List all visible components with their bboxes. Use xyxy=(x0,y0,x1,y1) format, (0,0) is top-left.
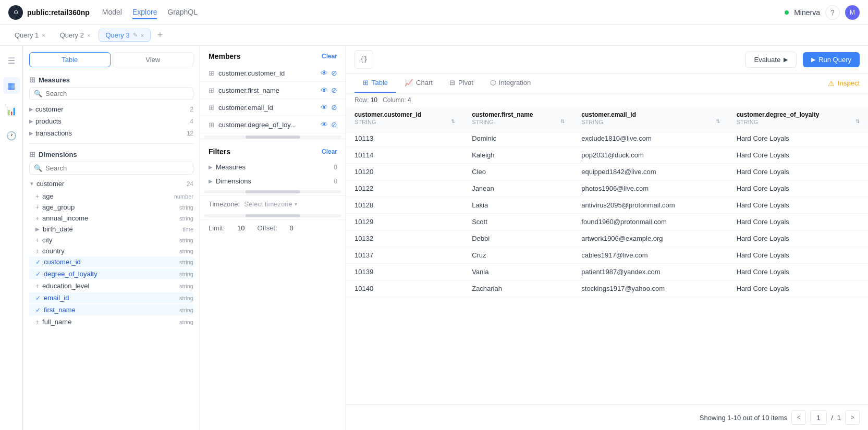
dim-item-country[interactable]: + country string xyxy=(29,245,193,256)
table-cell-first_name: Kaleigh xyxy=(463,147,573,164)
measures-search-input[interactable] xyxy=(45,90,189,97)
members-clear-btn[interactable]: Clear xyxy=(322,53,337,60)
member-eye-icon-4[interactable]: 👁 xyxy=(321,120,328,129)
query-tabs-bar: Query 1 × Query 2 × Query 3 ✎ × + xyxy=(0,25,868,46)
nav-graphql[interactable]: GraphQL xyxy=(167,6,198,19)
plus-icon-6: + xyxy=(35,282,39,290)
evaluate-button[interactable]: Evaluate ▶ xyxy=(745,52,797,68)
table-cell-customer_id: 10120 xyxy=(346,164,463,180)
inspect-button[interactable]: ⚠ Inspect xyxy=(828,79,860,88)
top-nav: ⊙ public:retail360np Model Explore Graph… xyxy=(0,0,868,25)
dim-item-city[interactable]: + city string xyxy=(29,235,193,245)
dim-customer-label: customer xyxy=(36,180,187,188)
member-eye-icon-1[interactable]: 👁 xyxy=(321,69,328,77)
table-row: 10114Kaleighpop2031@duck.comHard Core Lo… xyxy=(346,147,868,164)
col-header-first-name[interactable]: customer.first_name STRING ⇅ xyxy=(463,107,573,130)
dim-country-name: country xyxy=(42,247,179,255)
timezone-row: Timezone: Select timezone ▾ xyxy=(200,195,346,212)
filter-dimensions-group[interactable]: ▶ Dimensions 0 xyxy=(200,174,346,188)
member-filter-icon-4[interactable]: ⊘ xyxy=(331,120,337,129)
plus-icon-7: + xyxy=(35,318,39,326)
col-header-degree-of-loyalty[interactable]: customer.degree_of_loyalty STRING ⇅ xyxy=(728,107,868,130)
timezone-label: Timezone: xyxy=(209,200,240,208)
measures-tree-item-products[interactable]: ▶ products 4 xyxy=(29,115,193,127)
view-toggle: Table View xyxy=(23,46,200,73)
query-tab-2-close[interactable]: × xyxy=(87,32,90,39)
chevron-right-measures-icon: ▶ xyxy=(209,164,213,170)
dim-item-birth-date[interactable]: ▶ birth_date time xyxy=(29,224,193,235)
pivot-tab-icon: ⊟ xyxy=(449,79,455,87)
sidebar-icon-visualize[interactable]: 📊 xyxy=(3,102,20,119)
chevron-right-icon: ▶ xyxy=(29,106,33,112)
filters-clear-btn[interactable]: Clear xyxy=(322,148,337,155)
next-page-button[interactable]: > xyxy=(845,410,860,425)
member-eye-icon-2[interactable]: 👁 xyxy=(321,86,328,94)
col-header-customer-id[interactable]: customer.customer_id STRING ⇅ xyxy=(346,107,463,130)
dim-item-degree-of-loyalty[interactable]: ✓ degree_of_loyalty string xyxy=(29,268,193,279)
nav-model[interactable]: Model xyxy=(102,6,122,19)
inspect-label: Inspect xyxy=(838,79,860,87)
dim-age-group-name: age_group xyxy=(42,203,179,211)
member-eye-icon-3[interactable]: 👁 xyxy=(321,103,328,112)
col-count: 4 xyxy=(408,96,411,104)
dim-item-customer-id[interactable]: ✓ customer_id string xyxy=(29,256,193,267)
col-header-email-id[interactable]: customer.email_id STRING ⇅ xyxy=(573,107,728,130)
filter-measures-group[interactable]: ▶ Measures 0 xyxy=(200,160,346,174)
measures-tree-item-transactions[interactable]: ▶ transactions 12 xyxy=(29,127,193,139)
avatar[interactable]: M xyxy=(845,5,860,20)
dim-item-age[interactable]: + age number xyxy=(29,191,193,202)
tab-pivot[interactable]: ⊟ Pivot xyxy=(441,73,482,93)
sidebar-icon-chart[interactable]: ▦ xyxy=(3,77,20,94)
toggle-table[interactable]: Table xyxy=(29,52,111,67)
timezone-select[interactable]: Select timezone ▾ xyxy=(244,200,297,208)
data-table-container: customer.customer_id STRING ⇅ customer.f… xyxy=(346,107,868,404)
query-tab-3-close[interactable]: × xyxy=(141,32,144,39)
dim-item-age-group[interactable]: + age_group string xyxy=(29,202,193,213)
help-icon[interactable]: ? xyxy=(825,5,840,20)
dim-degree-loyalty-type: string xyxy=(179,271,193,277)
json-button[interactable]: {} xyxy=(354,50,373,69)
dim-item-full-name[interactable]: + full_name string xyxy=(29,316,193,327)
table-cell-customer_id: 10139 xyxy=(346,264,463,280)
toggle-view[interactable]: View xyxy=(113,52,194,67)
table-row: 10128Lakiaantivirus2095@protonmail.comHa… xyxy=(346,197,868,214)
nav-explore[interactable]: Explore xyxy=(132,6,157,19)
query-tab-1-close[interactable]: × xyxy=(42,32,45,39)
member-filter-icon-2[interactable]: ⊘ xyxy=(331,86,337,94)
prev-page-button[interactable]: < xyxy=(791,410,806,425)
sidebar-icon-history[interactable]: 🕐 xyxy=(3,127,20,144)
member-filter-icon-1[interactable]: ⊘ xyxy=(331,69,337,77)
add-tab-button[interactable]: + xyxy=(153,28,167,43)
tab-integration[interactable]: ⬡ Integration xyxy=(482,73,539,93)
dimensions-search-input[interactable] xyxy=(45,164,189,172)
dim-item-email-id[interactable]: ✓ email_id string xyxy=(29,292,193,303)
status-dot xyxy=(785,10,789,15)
query-tab-3[interactable]: Query 3 ✎ × xyxy=(99,29,151,42)
query-tab-2[interactable]: Query 2 × xyxy=(54,29,97,41)
sidebar-icon-menu[interactable]: ☰ xyxy=(3,52,20,69)
dim-customer-group[interactable]: ▼ customer 24 xyxy=(29,178,193,190)
tab-chart[interactable]: 📈 Chart xyxy=(396,73,441,93)
run-query-button[interactable]: ▶ Run Query xyxy=(803,52,860,67)
table-cell-email_id: cables1917@live.com xyxy=(573,247,728,264)
table-cell-degree_of_loyalty: Hard Core Loyals xyxy=(728,280,868,297)
page-number-input[interactable] xyxy=(810,410,827,425)
dim-item-education-level[interactable]: + education_level string xyxy=(29,280,193,291)
table-cell-degree_of_loyalty: Hard Core Loyals xyxy=(728,197,868,214)
query-tab-1[interactable]: Query 1 × xyxy=(8,29,52,41)
check-icon-3: ✓ xyxy=(35,294,41,302)
dim-item-first-name[interactable]: ✓ first_name string xyxy=(29,304,193,315)
table-cell-degree_of_loyalty: Hard Core Loyals xyxy=(728,214,868,230)
dim-education-level-type: string xyxy=(179,283,193,289)
tab-table[interactable]: ⊞ Table xyxy=(354,73,396,93)
member-filter-icon-3[interactable]: ⊘ xyxy=(331,103,337,112)
total-pages: 1 xyxy=(837,414,841,422)
main-layout: ☰ ▦ 📊 🕐 Table View ⊞ Measures 🔍 ▶ custom… xyxy=(0,46,868,430)
query-tab-3-edit-icon[interactable]: ✎ xyxy=(133,32,138,39)
measures-tree-item-customer[interactable]: ▶ customer 2 xyxy=(29,103,193,115)
filter-measures-count: 0 xyxy=(334,164,337,171)
nav-right: Minerva ? M xyxy=(785,5,860,20)
dim-item-annual-income[interactable]: + annual_income string xyxy=(29,213,193,224)
dimensions-search-icon: 🔍 xyxy=(34,164,42,172)
member-name-2: customer.first_name xyxy=(218,87,316,94)
